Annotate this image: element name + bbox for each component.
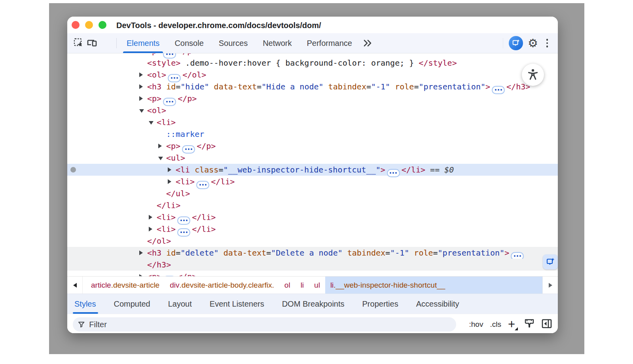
token-plain: = <box>366 82 371 91</box>
breadcrumb-item[interactable]: div.devsite-article-body.clearfix. <box>165 277 279 294</box>
kebab-menu-icon[interactable] <box>542 36 552 50</box>
ai-assistance-button[interactable] <box>509 36 523 50</box>
breadcrumb-item[interactable]: li.__web-inspector-hide-shortcut__ <box>325 277 542 294</box>
dom-node-row[interactable]: <li></li> <box>67 223 558 235</box>
sidebar-tab-computed[interactable]: Computed <box>114 294 150 314</box>
collapse-arrow-icon[interactable] <box>149 121 154 125</box>
active-tab-underline <box>123 51 163 53</box>
token-tag: </p> <box>178 94 197 103</box>
token-tag: <style> <box>147 58 180 68</box>
expand-arrow-icon[interactable] <box>139 274 143 276</box>
token-attr: id <box>161 82 176 91</box>
dom-node-text: <ul> <box>166 152 185 164</box>
toggle-sidebar-icon[interactable] <box>541 318 552 330</box>
accessibility-overlay-button[interactable] <box>522 64 544 86</box>
token-val: "-1" <box>390 248 409 258</box>
styles-filter-field[interactable] <box>73 317 456 332</box>
expand-arrow-icon[interactable] <box>168 167 171 172</box>
hidden-node-marker <box>70 167 76 173</box>
expand-arrow-icon[interactable] <box>139 250 143 255</box>
expand-arrow-icon[interactable] <box>168 179 171 184</box>
sidebar-tab-layout[interactable]: Layout <box>168 294 192 314</box>
expand-arrow-icon[interactable] <box>139 72 143 77</box>
tab-elements[interactable]: Elements <box>119 33 167 53</box>
dom-node-row[interactable]: <ul> <box>67 152 558 164</box>
dom-node-row[interactable]: </li> <box>67 199 558 211</box>
filter-input[interactable] <box>88 320 451 330</box>
token-plain: = <box>266 248 271 258</box>
styles-filter-bar: :hov .cls + <box>67 314 558 333</box>
dom-node-text: <h3 id="hide" data-text="Hide a node" ta… <box>147 81 530 94</box>
dom-node-row[interactable]: <li></li> <box>67 211 558 223</box>
dom-node-row[interactable]: </h3> <box>67 259 558 271</box>
breadcrumb-scroll-right-button[interactable] <box>542 277 558 294</box>
tab-performance[interactable]: Performance <box>299 33 360 53</box>
dom-node-row[interactable]: <style> .demo--hover:hover { background-… <box>67 57 558 69</box>
token-attr: id <box>161 248 176 258</box>
chevron-right-icon <box>549 283 552 288</box>
dom-node-row[interactable]: <li> <box>67 116 558 128</box>
minimize-window-button[interactable] <box>85 21 93 29</box>
sidebar-tab-dom-breakpoints[interactable]: DOM Breakpoints <box>282 294 345 314</box>
sidebar-tab-event-listeners[interactable]: Event Listeners <box>210 294 264 314</box>
token-plain: = <box>385 248 390 258</box>
toolbar-right-cluster: ⚙ <box>503 36 552 50</box>
breadcrumb-scroll-left-button[interactable] <box>67 277 83 294</box>
dom-node-row[interactable]: <li></li> <box>67 176 558 188</box>
dom-node-row[interactable]: <h3 id="hide" data-text="Hide a node" ta… <box>67 81 558 93</box>
sidebar-tab-accessibility[interactable]: Accessibility <box>416 294 459 314</box>
new-style-rule-button[interactable]: + <box>508 319 517 330</box>
expand-arrow-icon[interactable] <box>139 96 143 101</box>
collapse-arrow-icon[interactable] <box>139 109 144 113</box>
tab-console[interactable]: Console <box>167 33 211 53</box>
breadcrumb-item[interactable]: article.devsite-article <box>86 277 165 294</box>
dom-node-row[interactable]: <p></p> <box>67 140 558 152</box>
devtools-window: DevTools - developer.chrome.com/docs/dev… <box>67 17 558 333</box>
breadcrumb-item[interactable]: ol <box>279 277 296 294</box>
rendering-brush-icon[interactable] <box>524 318 534 331</box>
expand-arrow-icon[interactable] <box>149 227 152 231</box>
expand-arrow-icon[interactable] <box>139 84 143 89</box>
dom-node-row[interactable]: </ul> <box>67 188 558 199</box>
dom-node-row[interactable]: <h3 id="delete" data-text="Delete a node… <box>67 247 558 259</box>
token-attr: role <box>390 82 414 91</box>
inspect-element-icon[interactable] <box>72 36 85 50</box>
ai-assistance-badge-button[interactable] <box>543 254 558 269</box>
token-tag: </ol> <box>147 236 171 246</box>
sidebar-tab-properties[interactable]: Properties <box>362 294 398 314</box>
token-plain: .demo--hover:hover { background-color: o… <box>180 58 419 68</box>
collapse-arrow-icon[interactable] <box>158 157 163 160</box>
dom-node-row[interactable]: <p></p> <box>67 271 558 276</box>
expand-arrow-icon[interactable] <box>149 215 152 220</box>
more-tabs-icon[interactable] <box>361 36 375 50</box>
crumb-classes: .devsite-article <box>111 281 160 290</box>
dom-node-row[interactable]: ::marker <box>67 128 558 140</box>
tab-network[interactable]: Network <box>255 33 299 53</box>
expand-arrow-icon[interactable] <box>158 144 162 148</box>
sidebar-tab-styles[interactable]: Styles <box>74 294 96 314</box>
token-tag: <ol> <box>147 70 166 80</box>
token-plain: = <box>414 82 419 91</box>
token-tag: </ol> <box>182 70 206 80</box>
dom-node-text: </ol> <box>147 235 171 247</box>
dom-node-text: <li></li> <box>157 211 216 225</box>
dom-node-row[interactable]: <li class="__web-inspector-hide-shortcut… <box>67 164 558 176</box>
screenshot-canvas: DevTools - developer.chrome.com/docs/dev… <box>0 0 633 364</box>
dom-node-row[interactable]: <ol> <box>67 104 558 116</box>
zoom-window-button[interactable] <box>99 21 106 29</box>
close-window-button[interactable] <box>72 21 80 29</box>
tab-sources[interactable]: Sources <box>211 33 255 53</box>
filter-bar-tools: :hov .cls + <box>469 318 552 331</box>
dom-node-row[interactable]: <ol></ol> <box>67 69 558 81</box>
breadcrumb: article.devsite-articlediv.devsite-artic… <box>67 276 558 294</box>
ellipsis-expand-icon[interactable] <box>163 276 176 277</box>
dom-node-row[interactable]: <p></p> <box>67 53 558 57</box>
breadcrumb-item[interactable]: ul <box>309 277 325 294</box>
settings-gear-icon[interactable]: ⚙ <box>528 36 538 50</box>
dom-node-row[interactable]: <p></p> <box>67 93 558 104</box>
dom-node-row[interactable]: </ol> <box>67 235 558 247</box>
toggle-device-toolbar-icon[interactable] <box>85 36 99 50</box>
toggle-class-button[interactable]: .cls <box>490 320 501 329</box>
toggle-element-state-button[interactable]: :hov <box>469 320 483 329</box>
breadcrumb-item[interactable]: li <box>296 277 309 294</box>
